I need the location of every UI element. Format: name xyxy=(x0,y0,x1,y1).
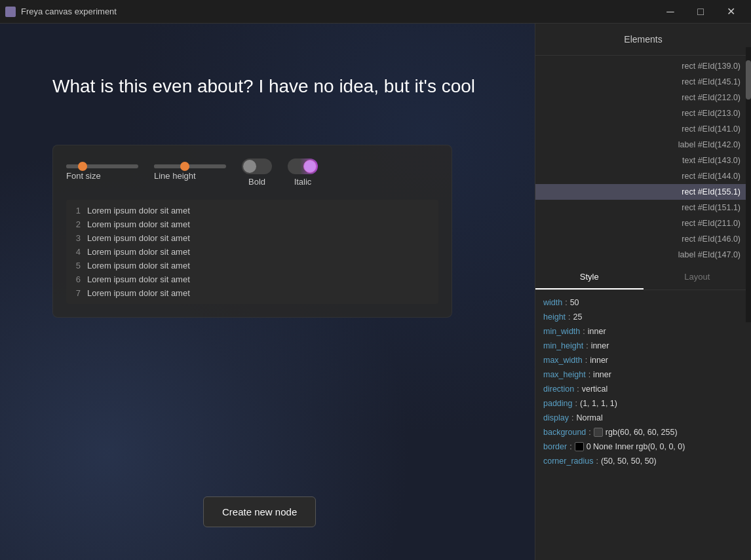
element-list-item[interactable]: label #EId(142.0) xyxy=(535,137,751,153)
element-list-item[interactable]: rect #EId(144.0) xyxy=(535,168,751,184)
element-list-item[interactable]: rect #EId(145.1) xyxy=(535,74,751,90)
element-list-item[interactable]: rect #EId(213.0) xyxy=(535,105,751,121)
italic-label: Italic xyxy=(294,177,312,187)
list-area: 1Lorem ipsum dolor sit amet2Lorem ipsum … xyxy=(66,200,438,304)
elements-scrollbar[interactable] xyxy=(746,47,751,322)
element-list-item[interactable]: label #EId(147.0) xyxy=(535,247,751,263)
list-item: 6Lorem ipsum dolor sit amet xyxy=(71,272,433,286)
line-height-slider[interactable] xyxy=(154,164,226,168)
list-item: 2Lorem ipsum dolor sit amet xyxy=(71,217,433,231)
close-button[interactable]: ✕ xyxy=(716,0,746,24)
style-prop-row: min_height: inner xyxy=(543,339,743,353)
line-height-group: Line height xyxy=(154,164,226,181)
scrollbar-thumb xyxy=(746,60,751,100)
element-list-item[interactable]: rect #EId(146.0) xyxy=(535,231,751,247)
list-item: 7Lorem ipsum dolor sit amet xyxy=(71,286,433,300)
style-prop-row: max_width: inner xyxy=(543,353,743,367)
font-size-label: Font size xyxy=(66,171,101,181)
style-prop-row: padding: (1, 1, 1, 1) xyxy=(543,396,743,411)
list-item: 4Lorem ipsum dolor sit amet xyxy=(71,245,433,259)
style-prop-row: display: Normal xyxy=(543,411,743,425)
font-size-group: Font size xyxy=(66,164,138,181)
elements-list[interactable]: rect #EId(139.0)rect #EId(145.1)rect #EI… xyxy=(535,56,751,265)
style-prop-row: height: 25 xyxy=(543,310,743,324)
element-list-item[interactable]: text #EId(143.0) xyxy=(535,153,751,168)
canvas-title: What is this even about? I have no idea,… xyxy=(52,76,475,97)
style-prop-row: min_width: inner xyxy=(543,324,743,339)
titlebar: Freya canvas experiment ─ □ ✕ xyxy=(0,0,751,24)
tab-style[interactable]: Style xyxy=(535,265,644,289)
titlebar-title: Freya canvas experiment xyxy=(21,7,117,16)
maximize-button[interactable]: □ xyxy=(685,0,716,24)
line-height-label: Line height xyxy=(154,171,196,181)
canvas-area[interactable]: What is this even about? I have no idea,… xyxy=(0,24,535,560)
style-prop-row: direction: vertical xyxy=(543,382,743,396)
controls-row: Font size Line height Bold xyxy=(66,159,438,187)
widget-panel: Font size Line height Bold xyxy=(52,145,452,318)
tab-layout[interactable]: Layout xyxy=(644,265,752,289)
style-prop-row: border: 0 None Inner rgb(0, 0, 0, 0) xyxy=(543,439,743,454)
style-prop-row: width: 50 xyxy=(543,295,743,310)
list-item: 3Lorem ipsum dolor sit amet xyxy=(71,231,433,245)
italic-toggle[interactable] xyxy=(288,159,318,174)
titlebar-left: Freya canvas experiment xyxy=(5,7,117,17)
element-list-item[interactable]: rect #EId(141.0) xyxy=(535,121,751,137)
list-item: 5Lorem ipsum dolor sit amet xyxy=(71,259,433,272)
element-list-item[interactable]: rect #EId(139.0) xyxy=(535,58,751,74)
minimize-button[interactable]: ─ xyxy=(655,0,685,24)
bold-label: Bold xyxy=(248,177,265,187)
element-list-item[interactable]: rect #EId(155.1) xyxy=(535,184,751,200)
style-prop-row: max_height: inner xyxy=(543,367,743,382)
italic-group: Italic xyxy=(288,159,318,187)
element-list-item[interactable]: rect #EId(212.0) xyxy=(535,90,751,105)
create-new-node-button[interactable]: Create new node xyxy=(203,496,316,527)
bold-toggle[interactable] xyxy=(242,159,272,174)
list-items-container: 1Lorem ipsum dolor sit amet2Lorem ipsum … xyxy=(71,204,433,300)
list-item: 1Lorem ipsum dolor sit amet xyxy=(71,204,433,217)
bold-group: Bold xyxy=(242,159,272,187)
style-prop-row: corner_radius: (50, 50, 50, 50) xyxy=(543,454,743,468)
font-size-slider[interactable] xyxy=(66,164,138,168)
right-panel: Elements rect #EId(139.0)rect #EId(145.1… xyxy=(535,24,751,560)
titlebar-controls: ─ □ ✕ xyxy=(655,0,746,24)
element-list-item[interactable]: rect #EId(151.1) xyxy=(535,200,751,215)
main-layout: What is this even about? I have no idea,… xyxy=(0,24,751,560)
freya-icon xyxy=(5,7,16,17)
element-list-item[interactable]: rect #EId(211.0) xyxy=(535,215,751,231)
style-prop-row: background: rgb(60, 60, 60, 255) xyxy=(543,425,743,439)
panel-header: Elements xyxy=(535,24,751,56)
style-props: width: 50height: 25min_width: innermin_h… xyxy=(535,290,751,560)
tab-row: Style Layout xyxy=(535,265,751,290)
